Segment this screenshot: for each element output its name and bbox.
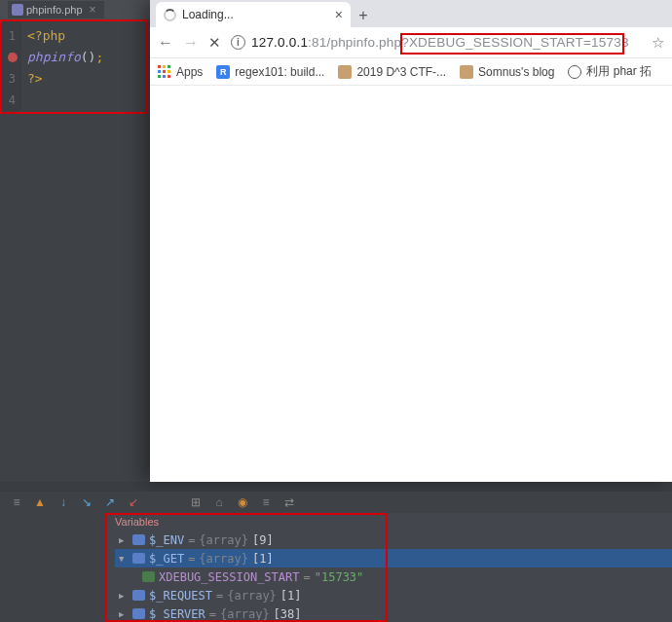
site-info-icon[interactable]: i bbox=[231, 35, 245, 50]
var-row-server[interactable]: ▶ $_SERVER = {array} [38] bbox=[115, 604, 672, 622]
breakpoint-icon[interactable] bbox=[5, 47, 20, 68]
dbg-btn-10[interactable]: ≡ bbox=[259, 495, 273, 509]
regex-favicon: R bbox=[216, 65, 230, 79]
php-file-icon bbox=[12, 4, 23, 16]
bookmark-regex101[interactable]: R regex101: build... bbox=[216, 65, 324, 79]
browser-tab[interactable]: Loading... × bbox=[156, 2, 351, 27]
var-equals-icon bbox=[132, 590, 145, 601]
debug-sidebar bbox=[0, 513, 105, 622]
bookmark-star-icon[interactable]: ☆ bbox=[652, 34, 664, 52]
chevron-right-icon[interactable]: ▶ bbox=[119, 609, 129, 619]
browser-tab-title: Loading... bbox=[182, 8, 234, 21]
stop-button[interactable]: ✕ bbox=[208, 34, 221, 52]
var-row-request[interactable]: ▶ $_REQUEST = {array} [1] bbox=[115, 586, 672, 604]
variables-tree[interactable]: ▶ $_ENV = {array} [9] ▼ $_GET = {array} … bbox=[115, 531, 672, 622]
loading-spinner-icon bbox=[164, 9, 176, 21]
chevron-down-icon[interactable]: ▼ bbox=[119, 554, 129, 564]
editor-tab-label: phpinfo.php bbox=[26, 4, 83, 16]
chevron-right-icon[interactable]: ▶ bbox=[119, 535, 129, 545]
array-item-icon bbox=[142, 571, 155, 582]
browser-window: Loading... × + ← → ✕ i 127.0.0.1:81/phpi… bbox=[150, 0, 672, 482]
var-row-get[interactable]: ▼ $_GET = {array} [1] bbox=[115, 549, 672, 567]
dbg-btn-9[interactable]: ◉ bbox=[236, 495, 249, 509]
step-over-icon[interactable]: ↓ bbox=[56, 495, 70, 509]
var-row-get-key[interactable]: XDEBUG_SESSION_START = "15733" bbox=[115, 567, 672, 586]
code-close-tag: ?> bbox=[27, 68, 43, 90]
dbg-btn-7[interactable]: ⊞ bbox=[189, 495, 203, 509]
bookmark-phar[interactable]: 利用 phar 拓 bbox=[568, 63, 652, 80]
dbg-btn-8[interactable]: ⌂ bbox=[212, 495, 226, 509]
bookmark-ctf[interactable]: 2019 D^3 CTF-... bbox=[338, 65, 446, 79]
var-equals-icon bbox=[132, 534, 145, 545]
dbg-btn-6[interactable]: ↙ bbox=[127, 495, 140, 509]
tab-close-icon[interactable]: × bbox=[335, 7, 343, 22]
somnus-favicon bbox=[460, 65, 473, 79]
step-out-icon[interactable]: ↗ bbox=[103, 495, 117, 509]
apps-bookmark[interactable]: Apps bbox=[158, 65, 203, 79]
var-row-env[interactable]: ▶ $_ENV = {array} [9] bbox=[115, 531, 672, 549]
chevron-right-icon[interactable]: ▶ bbox=[119, 591, 129, 601]
tab-close-icon[interactable]: × bbox=[90, 3, 96, 17]
debug-toolbar: ≡ ▲ ↓ ↘ ↗ ↙ ⊞ ⌂ ◉ ≡ ⇄ bbox=[0, 492, 672, 513]
address-bar[interactable]: i 127.0.0.1:81/phpinfo.php?XDEBUG_SESSIO… bbox=[231, 35, 636, 50]
dbg-btn-11[interactable]: ⇄ bbox=[282, 495, 296, 509]
forward-button[interactable]: → bbox=[183, 34, 199, 52]
code-open-tag: <?php bbox=[27, 25, 65, 47]
debug-variables-panel: Variables ▶ $_ENV = {array} [9] ▼ $_GET … bbox=[0, 513, 672, 622]
var-equals-icon bbox=[132, 553, 145, 564]
var-equals-icon bbox=[132, 608, 145, 619]
new-tab-button[interactable]: + bbox=[351, 4, 376, 27]
browser-viewport[interactable] bbox=[150, 86, 672, 482]
dbg-btn-1[interactable]: ≡ bbox=[10, 495, 23, 509]
apps-grid-icon bbox=[158, 65, 171, 79]
url-text: 127.0.0.1:81/phpinfo.php?XDEBUG_SESSION_… bbox=[251, 35, 629, 50]
back-button[interactable]: ← bbox=[158, 34, 173, 52]
step-into-icon[interactable]: ↘ bbox=[80, 495, 93, 509]
code-func: phpinfo bbox=[27, 47, 81, 68]
browser-toolbar: ← → ✕ i 127.0.0.1:81/phpinfo.php?XDEBUG_… bbox=[150, 27, 672, 58]
phar-favicon bbox=[568, 65, 581, 79]
dbg-btn-2[interactable]: ▲ bbox=[33, 495, 47, 509]
browser-tab-row: Loading... × + bbox=[150, 0, 672, 27]
ctf-favicon bbox=[338, 65, 352, 79]
variables-title: Variables bbox=[115, 513, 159, 531]
editor-tab[interactable]: phpinfo.php × bbox=[8, 1, 104, 18]
bookmark-somnus[interactable]: Somnus's blog bbox=[460, 65, 554, 79]
bookmark-bar: Apps R regex101: build... 2019 D^3 CTF-.… bbox=[150, 58, 672, 86]
